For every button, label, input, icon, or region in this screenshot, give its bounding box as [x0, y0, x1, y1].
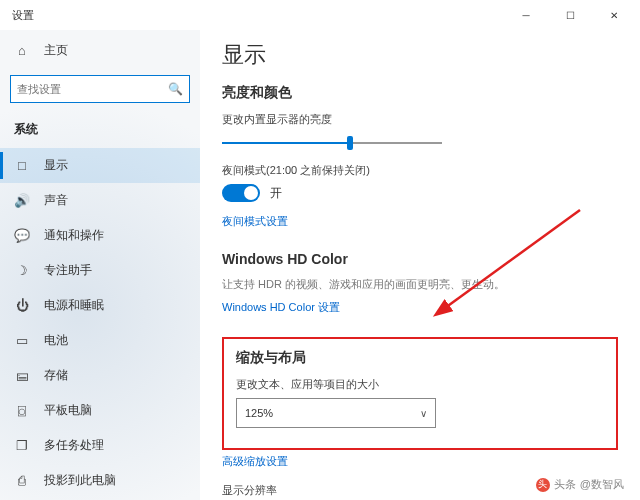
nav-label: 电源和睡眠 [44, 297, 104, 314]
hdcolor-heading: Windows HD Color [222, 251, 618, 267]
nav-icon: 💬 [14, 228, 30, 243]
sidebar-item-3[interactable]: ☽专注助手 [0, 253, 200, 288]
nav-icon: ▭ [14, 333, 30, 348]
scale-label: 更改文本、应用等项目的大小 [236, 377, 604, 392]
nav-label: 投影到此电脑 [44, 472, 116, 489]
scale-dropdown[interactable]: 125% ∨ [236, 398, 436, 428]
night-mode-settings-link[interactable]: 夜间模式设置 [222, 214, 288, 229]
nav-label: 多任务处理 [44, 437, 104, 454]
sidebar-item-7[interactable]: ⌼平板电脑 [0, 393, 200, 428]
nav-label: 通知和操作 [44, 227, 104, 244]
close-button[interactable]: ✕ [592, 1, 636, 29]
app-title: 设置 [12, 8, 34, 23]
sidebar-item-0[interactable]: □显示 [0, 148, 200, 183]
brightness-heading: 亮度和颜色 [222, 84, 618, 102]
nav-label: 声音 [44, 192, 68, 209]
sidebar-item-2[interactable]: 💬通知和操作 [0, 218, 200, 253]
sidebar: ⌂ 主页 🔍 系统 □显示🔊声音💬通知和操作☽专注助手⏻电源和睡眠▭电池🖴存储⌼… [0, 30, 200, 500]
watermark-logo-icon: 头 [536, 478, 550, 492]
nav-icon: ❐ [14, 438, 30, 453]
sidebar-item-9[interactable]: ⎙投影到此电脑 [0, 463, 200, 498]
sidebar-item-4[interactable]: ⏻电源和睡眠 [0, 288, 200, 323]
sidebar-item-6[interactable]: 🖴存储 [0, 358, 200, 393]
chevron-down-icon: ∨ [420, 408, 427, 419]
nav-icon: □ [14, 158, 30, 173]
window-controls: ─ ☐ ✕ [504, 1, 636, 29]
scale-value: 125% [245, 407, 273, 419]
nav-icon: 🖴 [14, 368, 30, 383]
home-label: 主页 [44, 42, 68, 59]
nav-icon: ⏻ [14, 298, 30, 313]
advanced-scale-link[interactable]: 高级缩放设置 [222, 454, 288, 469]
home-link[interactable]: ⌂ 主页 [0, 34, 200, 67]
minimize-button[interactable]: ─ [504, 1, 548, 29]
night-mode-label: 夜间模式(21:00 之前保持关闭) [222, 163, 618, 178]
watermark: 头 头条 @数智风 [530, 475, 630, 494]
watermark-prefix: 头条 [554, 477, 576, 492]
category-title: 系统 [0, 115, 200, 148]
brightness-label: 更改内置显示器的亮度 [222, 112, 618, 127]
search-box[interactable]: 🔍 [10, 75, 190, 103]
hdcolor-desc: 让支持 HDR 的视频、游戏和应用的画面更明亮、更生动。 [222, 277, 618, 292]
night-mode-toggle[interactable] [222, 184, 260, 202]
hdcolor-link[interactable]: Windows HD Color 设置 [222, 300, 340, 315]
nav-label: 存储 [44, 367, 68, 384]
sidebar-item-8[interactable]: ❐多任务处理 [0, 428, 200, 463]
brightness-slider[interactable] [222, 133, 442, 153]
maximize-button[interactable]: ☐ [548, 1, 592, 29]
nav-label: 显示 [44, 157, 68, 174]
nav-icon: ☽ [14, 263, 30, 278]
nav-icon: 🔊 [14, 193, 30, 208]
nav-label: 专注助手 [44, 262, 92, 279]
search-input[interactable] [17, 83, 168, 95]
scale-highlight: 缩放与布局 更改文本、应用等项目的大小 125% ∨ [222, 337, 618, 450]
sidebar-item-1[interactable]: 🔊声音 [0, 183, 200, 218]
nav-icon: ⎙ [14, 473, 30, 488]
search-icon: 🔍 [168, 82, 183, 96]
nav-label: 电池 [44, 332, 68, 349]
home-icon: ⌂ [14, 43, 30, 58]
night-mode-state: 开 [270, 185, 282, 202]
nav-icon: ⌼ [14, 403, 30, 418]
scale-heading: 缩放与布局 [236, 349, 604, 367]
watermark-author: @数智风 [580, 477, 624, 492]
nav-label: 平板电脑 [44, 402, 92, 419]
sidebar-item-5[interactable]: ▭电池 [0, 323, 200, 358]
page-title: 显示 [222, 40, 618, 70]
content-pane: 显示 亮度和颜色 更改内置显示器的亮度 夜间模式(21:00 之前保持关闭) 开… [200, 30, 640, 500]
